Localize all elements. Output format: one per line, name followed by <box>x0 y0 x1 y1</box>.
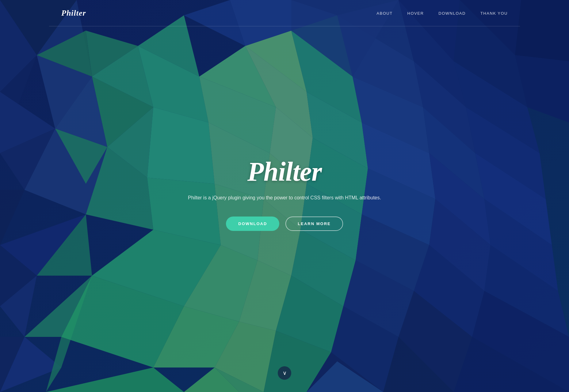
nav-link-download[interactable]: DOWNLOAD <box>438 11 466 16</box>
nav-item-download[interactable]: DOWNLOAD <box>438 10 466 16</box>
navbar-divider <box>49 26 520 26</box>
nav-item-about[interactable]: ABOUT <box>376 10 392 16</box>
nav-link-about[interactable]: ABOUT <box>376 11 392 16</box>
scroll-down-button[interactable] <box>278 366 291 380</box>
nav-logo[interactable]: Philter <box>61 9 86 18</box>
nav-link-thankyou[interactable]: THANK YOU <box>480 11 508 16</box>
nav-link-hover[interactable]: HOVER <box>407 11 424 16</box>
navbar: Philter ABOUT HOVER DOWNLOAD THANK YOU <box>0 0 569 26</box>
hero-subtitle: Philter is a jQuery plugin giving you th… <box>177 194 392 202</box>
nav-item-thankyou[interactable]: THANK YOU <box>480 10 508 16</box>
hero-buttons: DOWNLOAD LEARN MORE <box>177 217 392 231</box>
hero-content: Philter Philter is a jQuery plugin givin… <box>177 158 392 231</box>
hero-title: Philter <box>177 158 392 185</box>
nav-item-hover[interactable]: HOVER <box>407 10 424 16</box>
nav-links: ABOUT HOVER DOWNLOAD THANK YOU <box>376 10 508 16</box>
learn-more-button[interactable]: LEARN MORE <box>285 217 343 231</box>
download-button[interactable]: DOWNLOAD <box>226 217 279 231</box>
hero-section: Philter ABOUT HOVER DOWNLOAD THANK YOU P… <box>0 0 569 392</box>
